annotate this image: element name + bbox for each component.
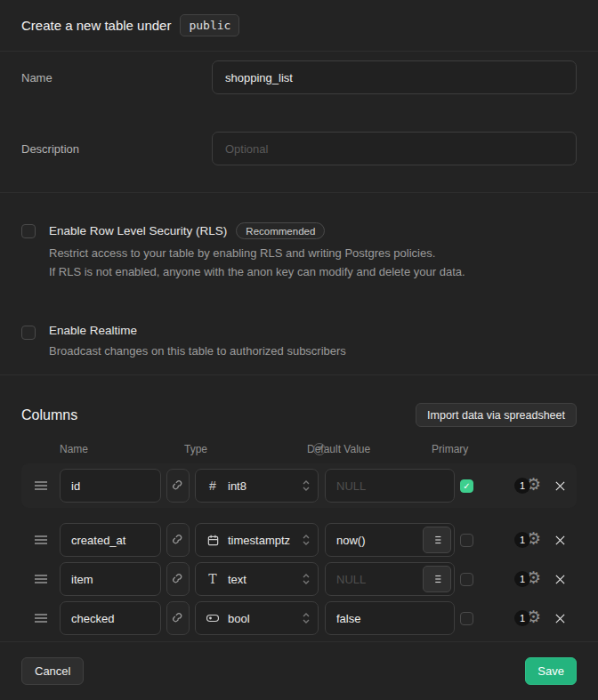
column-headers: Name Type Default Value ? Primary <box>21 443 577 455</box>
bool-icon <box>206 611 220 625</box>
column-settings-button[interactable]: 1 ⚙ <box>514 608 541 628</box>
cancel-button[interactable]: Cancel <box>21 657 84 685</box>
column-type-value: bool <box>228 612 302 625</box>
dialog-title: Create a new table under <box>21 18 171 33</box>
chevron-updown-icon <box>302 572 312 586</box>
column-name-input[interactable] <box>60 523 161 557</box>
primary-checkbox[interactable] <box>460 612 473 625</box>
create-table-dialog: Create a new table under public Name Des… <box>0 0 598 700</box>
column-default-input[interactable] <box>325 469 455 503</box>
help-circle-icon[interactable]: ? <box>313 443 326 455</box>
column-type-select[interactable]: # int8 <box>195 469 319 503</box>
name-label: Name <box>21 60 212 84</box>
column-name-input[interactable] <box>60 601 161 635</box>
foreign-key-link-icon[interactable] <box>166 601 190 635</box>
realtime-description: Broadcast changes on this table to autho… <box>49 342 346 360</box>
rls-label: Enable Row Level Security (RLS) <box>49 224 227 237</box>
settings-count-badge: 1 <box>514 478 530 494</box>
drag-handle-icon[interactable] <box>21 534 60 546</box>
drag-handle-icon[interactable] <box>21 479 60 492</box>
rls-checkbox[interactable] <box>21 224 36 238</box>
name-row: Name <box>21 60 577 94</box>
column-default-input[interactable] <box>325 601 455 635</box>
foreign-key-link-icon[interactable] <box>166 469 190 503</box>
chevron-updown-icon <box>302 533 312 547</box>
primary-checkbox[interactable] <box>460 573 473 586</box>
drag-handle-icon[interactable] <box>21 573 60 585</box>
column-type-select[interactable]: T text <box>195 562 319 596</box>
column-row: T text 1 ⚙ <box>21 562 577 596</box>
table-name-input[interactable] <box>212 60 577 94</box>
chevron-updown-icon <box>302 611 312 625</box>
close-icon[interactable] <box>553 479 567 493</box>
primary-checkbox[interactable] <box>460 534 473 547</box>
schema-badge: public <box>180 14 239 36</box>
foreign-key-link-icon[interactable] <box>166 562 190 596</box>
hash-icon: # <box>209 479 216 493</box>
description-row: Description <box>21 132 577 165</box>
settings-count-badge: 1 <box>514 532 530 548</box>
column-type-value: timestamptz <box>228 534 302 547</box>
calendar-icon <box>206 534 220 547</box>
column-rows: # int8 1 ⚙ <box>21 463 577 635</box>
rls-block: Enable Row Level Security (RLS) Recommen… <box>21 222 577 281</box>
foreign-key-link-icon[interactable] <box>166 523 190 557</box>
realtime-block: Enable Realtime Broadcast changes on thi… <box>21 324 577 360</box>
import-spreadsheet-button[interactable]: Import data via spreadsheet <box>416 403 577 427</box>
realtime-label: Enable Realtime <box>49 324 137 337</box>
list-picker-icon[interactable] <box>423 566 451 592</box>
columns-section: Columns Import data via spreadsheet Name… <box>0 375 598 642</box>
column-row: timestamptz 1 ⚙ <box>21 523 577 557</box>
column-type-value: int8 <box>228 479 302 493</box>
header-name: Name <box>60 443 88 455</box>
save-button[interactable]: Save <box>525 657 577 685</box>
column-name-input[interactable] <box>60 562 161 596</box>
column-settings-button[interactable]: 1 ⚙ <box>514 530 541 550</box>
columns-title: Columns <box>21 407 77 423</box>
header-type: Type <box>184 443 207 455</box>
rls-description: Restrict access to your table by enablin… <box>49 244 465 281</box>
description-label: Description <box>21 132 212 156</box>
dialog-header: Create a new table under public <box>0 0 598 52</box>
chevron-updown-icon <box>302 479 312 493</box>
settings-count-badge: 1 <box>514 571 530 587</box>
column-type-value: text <box>228 573 302 586</box>
table-details-section: Name Description <box>0 52 598 193</box>
drag-handle-icon[interactable] <box>21 612 60 624</box>
text-icon: T <box>208 572 216 586</box>
column-settings-button[interactable]: 1 ⚙ <box>514 569 541 589</box>
close-icon[interactable] <box>553 533 567 547</box>
column-row: # int8 1 ⚙ <box>21 463 577 508</box>
list-picker-icon[interactable] <box>423 527 451 553</box>
column-type-select[interactable]: bool <box>195 601 319 635</box>
primary-checkbox[interactable] <box>460 479 473 493</box>
column-settings-button[interactable]: 1 ⚙ <box>514 476 541 495</box>
column-row: bool 1 ⚙ <box>21 601 577 635</box>
header-primary: Primary <box>432 443 468 455</box>
table-description-input[interactable] <box>212 132 577 165</box>
column-name-input[interactable] <box>60 469 161 503</box>
close-icon[interactable] <box>553 572 567 586</box>
dialog-footer: Cancel Save <box>0 642 598 700</box>
recommended-badge: Recommended <box>236 222 325 239</box>
settings-count-badge: 1 <box>514 610 530 626</box>
table-options-section: Enable Row Level Security (RLS) Recommen… <box>0 193 598 375</box>
column-type-select[interactable]: timestamptz <box>195 523 319 557</box>
realtime-checkbox[interactable] <box>21 326 36 340</box>
close-icon[interactable] <box>553 611 567 625</box>
